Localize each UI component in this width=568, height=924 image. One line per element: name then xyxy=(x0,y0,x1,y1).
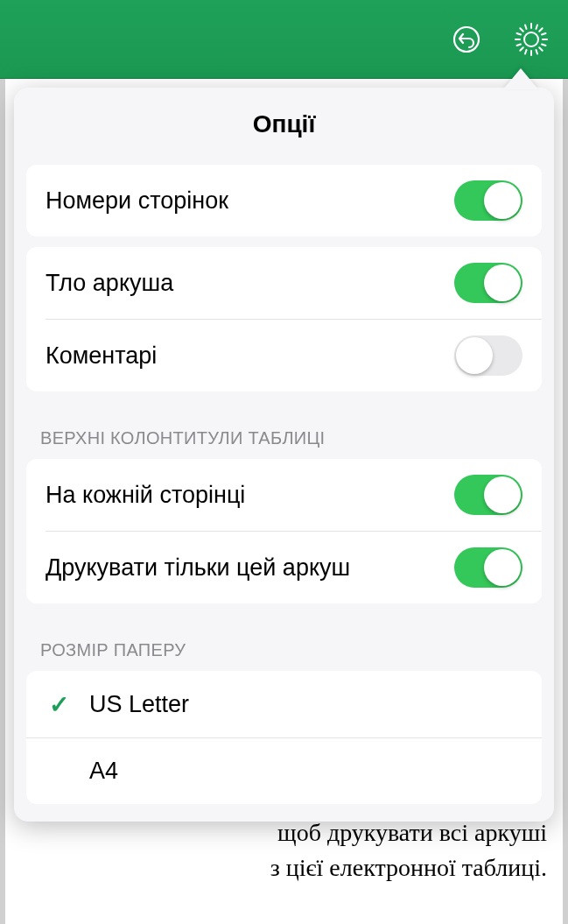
options-popover: Опції Номери сторінок Тло аркуша Комента… xyxy=(14,88,554,822)
paper-option-us-letter[interactable]: ✓ US Letter xyxy=(26,671,542,737)
row-sheet-background[interactable]: Тло аркуша xyxy=(26,247,542,319)
popover-caret xyxy=(503,68,538,89)
svg-line-15 xyxy=(525,50,527,54)
svg-line-10 xyxy=(525,25,527,29)
row-page-numbers[interactable]: Номери сторінок xyxy=(26,165,542,236)
svg-line-7 xyxy=(539,47,543,51)
header-paper-size: РОЗМІР ПАПЕРУ xyxy=(14,614,554,667)
checkmark-icon: ✓ xyxy=(49,690,69,719)
switch-sheet-background[interactable] xyxy=(454,263,522,303)
section-paper-size: ✓ US Letter A4 xyxy=(26,671,542,804)
label-print-only-this-sheet: Друкувати тільки цей аркуш xyxy=(46,554,350,582)
switch-page-numbers[interactable] xyxy=(454,180,522,221)
label-us-letter: US Letter xyxy=(89,691,189,718)
svg-point-1 xyxy=(524,32,538,46)
svg-line-12 xyxy=(517,44,522,46)
svg-line-8 xyxy=(520,47,523,51)
switch-comments[interactable] xyxy=(454,335,522,376)
label-a4: A4 xyxy=(89,758,118,785)
header-table-headers: ВЕРХНІ КОЛОНТИТУЛИ ТАБЛИЦІ xyxy=(14,402,554,455)
section-table-headers: На кожній сторінці Друкувати тільки цей … xyxy=(26,459,542,603)
check-slot: ✓ xyxy=(46,690,72,719)
label-every-page: На кожній сторінці xyxy=(46,482,245,509)
undo-button[interactable] xyxy=(447,20,486,59)
svg-line-6 xyxy=(520,28,523,32)
label-page-numbers: Номери сторінок xyxy=(46,187,228,215)
svg-line-9 xyxy=(539,28,543,32)
section-page-numbers: Номери сторінок xyxy=(26,165,542,236)
section-background-comments: Тло аркуша Коментарі xyxy=(26,247,542,391)
label-sheet-background: Тло аркуша xyxy=(46,270,173,297)
row-comments[interactable]: Коментарі xyxy=(46,319,542,391)
svg-line-11 xyxy=(536,50,538,54)
svg-line-17 xyxy=(542,44,546,46)
popover-title: Опції xyxy=(14,88,554,154)
row-print-only-this-sheet[interactable]: Друкувати тільки цей аркуш xyxy=(46,531,542,603)
svg-line-16 xyxy=(517,33,522,35)
svg-line-14 xyxy=(536,25,538,29)
row-every-page[interactable]: На кожній сторінці xyxy=(26,459,542,531)
switch-every-page[interactable] xyxy=(454,475,522,515)
toolbar xyxy=(0,0,568,79)
undo-icon xyxy=(451,24,482,55)
settings-button[interactable] xyxy=(512,20,550,59)
svg-line-13 xyxy=(542,33,546,35)
callout-line-3: з цієї електронної таблиці. xyxy=(0,850,547,886)
paper-option-a4[interactable]: A4 xyxy=(26,737,542,804)
gear-icon xyxy=(513,21,550,58)
label-comments: Коментарі xyxy=(46,342,157,370)
switch-print-only-this-sheet[interactable] xyxy=(454,547,522,588)
